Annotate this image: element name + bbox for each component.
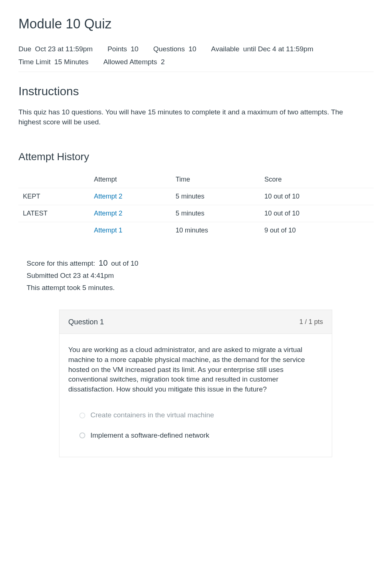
attempt-history-heading: Attempt History	[18, 149, 374, 164]
score-duration: This attempt took 5 minutes.	[27, 283, 365, 293]
table-row: LATEST Attempt 2 5 minutes 10 out of 10	[18, 205, 374, 222]
meta-questions-value: 10	[189, 44, 196, 54]
row-tag: LATEST	[18, 205, 89, 222]
meta-attempts-value: 2	[161, 57, 165, 67]
score-outof: out of 10	[111, 259, 138, 267]
row-time: 5 minutes	[171, 205, 260, 222]
score-label: Score for this attempt:	[27, 259, 95, 267]
meta-questions: Questions 10	[153, 43, 200, 56]
question-title: Question 1	[68, 317, 104, 327]
meta-points-value: 10	[131, 44, 138, 54]
history-header-time: Time	[171, 171, 260, 188]
row-tag	[18, 222, 89, 239]
meta-points: Points 10	[107, 43, 142, 56]
instructions-heading: Instructions	[18, 83, 374, 100]
meta-due-label: Due	[18, 44, 31, 54]
meta-attempts-label: Allowed Attempts	[103, 57, 157, 67]
meta-points-label: Points	[107, 44, 127, 54]
meta-available-label: Available	[211, 44, 240, 54]
meta-timelimit-label: Time Limit	[18, 57, 51, 67]
question-body: You are working as a cloud administrator…	[59, 334, 332, 398]
meta-available: Available until Dec 4 at 11:59pm	[211, 43, 317, 56]
question-header: Question 1 1 / 1 pts	[59, 310, 332, 334]
table-row: KEPT Attempt 2 5 minutes 10 out of 10	[18, 188, 374, 205]
meta-available-value: until Dec 4 at 11:59pm	[243, 44, 313, 54]
meta-timelimit: Time Limit 15 Minutes	[18, 56, 92, 69]
history-header-score: Score	[260, 171, 374, 188]
instructions-text: This quiz has 10 questions. You will hav…	[18, 107, 351, 127]
meta-due-value: Oct 23 at 11:59pm	[35, 44, 93, 54]
answer-text: Implement a software-defined network	[90, 431, 209, 441]
score-submitted: Submitted Oct 23 at 4:41pm	[27, 271, 365, 281]
page-title: Module 10 Quiz	[18, 15, 374, 33]
table-row: Attempt 1 10 minutes 9 out of 10	[18, 222, 374, 239]
attempt-history-table: Attempt Time Score KEPT Attempt 2 5 minu…	[18, 171, 374, 239]
row-time: 5 minutes	[171, 188, 260, 205]
radio-icon	[79, 413, 85, 418]
score-value: 10	[99, 258, 107, 268]
answer-text: Create containers in the virtual machine	[90, 410, 214, 420]
row-score: 10 out of 10	[260, 205, 374, 222]
meta-due: Due Oct 23 at 11:59pm	[18, 43, 96, 56]
attempt-link[interactable]: Attempt 1	[94, 227, 122, 234]
attempt-link[interactable]: Attempt 2	[94, 193, 122, 200]
answers-list: Create containers in the virtual machine…	[59, 398, 332, 456]
question-points: 1 / 1 pts	[299, 317, 323, 327]
row-time: 10 minutes	[171, 222, 260, 239]
history-header-tag	[18, 171, 89, 188]
row-score: 10 out of 10	[260, 188, 374, 205]
question-card: Question 1 1 / 1 pts You are working as …	[59, 310, 332, 457]
answer-option: Implement a software-defined network	[68, 425, 323, 446]
meta-questions-label: Questions	[153, 44, 185, 54]
answer-option: Create containers in the virtual machine	[68, 405, 323, 425]
quiz-meta: Due Oct 23 at 11:59pm Points 10 Question…	[18, 40, 374, 72]
score-box: Score for this attempt: 10 out of 10 Sub…	[18, 254, 374, 299]
row-tag: KEPT	[18, 188, 89, 205]
history-header-attempt: Attempt	[89, 171, 171, 188]
meta-attempts: Allowed Attempts 2	[103, 56, 168, 69]
row-score: 9 out of 10	[260, 222, 374, 239]
meta-timelimit-value: 15 Minutes	[54, 57, 89, 67]
radio-icon	[79, 432, 85, 438]
attempt-link[interactable]: Attempt 2	[94, 210, 122, 217]
